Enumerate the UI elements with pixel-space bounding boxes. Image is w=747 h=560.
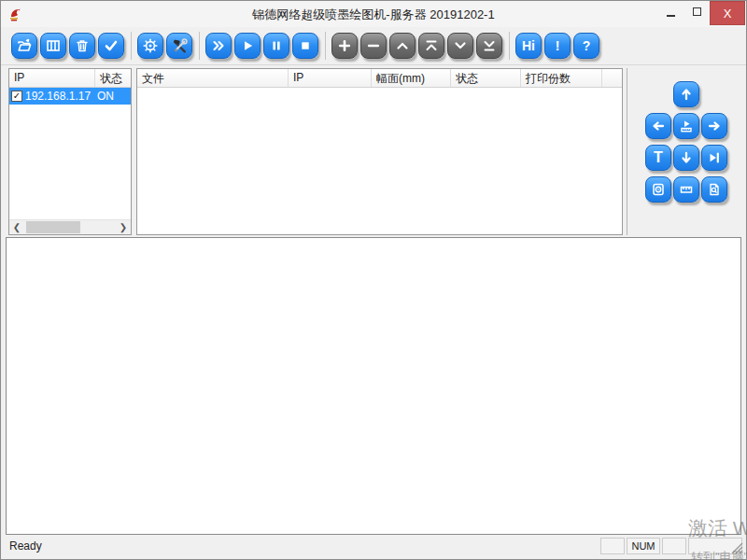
play-ruler-icon bbox=[679, 119, 694, 133]
column-header-status[interactable]: 状态 bbox=[451, 69, 521, 87]
pause-icon bbox=[269, 38, 284, 53]
arrow-down-icon bbox=[679, 150, 694, 165]
remove-button[interactable] bbox=[360, 33, 387, 59]
move-up-button[interactable] bbox=[389, 33, 416, 59]
move-top-button[interactable] bbox=[418, 33, 444, 59]
open-file-button[interactable] bbox=[11, 33, 37, 59]
text-tool-button[interactable]: T bbox=[645, 145, 671, 171]
measure-button[interactable] bbox=[673, 176, 699, 203]
device-ip: 192.168.1.17 bbox=[25, 90, 97, 103]
confirm-button[interactable] bbox=[98, 33, 124, 59]
scroll-left-icon[interactable]: ❮ bbox=[9, 221, 24, 234]
num-lock-indicator: NUM bbox=[627, 538, 660, 554]
window-controls: X bbox=[657, 1, 746, 25]
toolbar-separator bbox=[131, 32, 132, 60]
maximize-button[interactable] bbox=[684, 1, 710, 21]
jog-down-button[interactable] bbox=[673, 145, 699, 171]
scrollbar-thumb[interactable] bbox=[26, 221, 80, 233]
toolbar-separator bbox=[325, 32, 326, 60]
trash-icon bbox=[75, 38, 90, 53]
move-bottom-button[interactable] bbox=[476, 33, 502, 59]
help-button[interactable]: ? bbox=[573, 33, 599, 59]
resize-grip[interactable] bbox=[731, 542, 743, 554]
ruler-icon bbox=[679, 182, 694, 197]
tools-button[interactable] bbox=[166, 33, 192, 59]
scrollbar-track[interactable] bbox=[24, 220, 116, 234]
chevron-down-bar-icon bbox=[482, 38, 497, 53]
column-header-ip[interactable]: IP bbox=[289, 69, 372, 87]
hi-button[interactable]: Hi bbox=[515, 33, 542, 59]
pause-button[interactable] bbox=[263, 33, 289, 59]
gear-icon bbox=[143, 38, 158, 53]
exclamation-icon: ! bbox=[556, 39, 560, 52]
column-header-ip[interactable]: IP bbox=[9, 69, 95, 87]
preview-canvas[interactable] bbox=[6, 237, 741, 535]
minimize-button[interactable] bbox=[657, 1, 684, 21]
hammer-wrench-icon bbox=[172, 38, 188, 54]
platen-button[interactable] bbox=[645, 176, 671, 203]
check-icon bbox=[104, 38, 119, 53]
chevron-up-bar-icon bbox=[424, 38, 439, 53]
device-list-body: 192.168.1.17 ON bbox=[9, 88, 131, 219]
jog-up-button[interactable] bbox=[673, 81, 699, 107]
print-start-button[interactable] bbox=[673, 113, 699, 139]
device-list-header: IP 状态 bbox=[9, 69, 131, 88]
plus-icon bbox=[337, 38, 352, 53]
scroll-right-icon[interactable]: ❯ bbox=[116, 221, 131, 234]
minimize-icon bbox=[667, 15, 675, 17]
column-header-size[interactable]: 幅面(mm) bbox=[372, 69, 451, 87]
preview-button[interactable] bbox=[701, 176, 727, 203]
main-area: IP 状态 192.168.1.17 ON ❮ ❯ 文件 bbox=[1, 65, 746, 235]
job-table-header: 文件 IP 幅面(mm) 状态 打印份数 bbox=[137, 69, 622, 88]
status-message: Ready bbox=[9, 539, 42, 553]
horizontal-scrollbar[interactable]: ❮ ❯ bbox=[9, 219, 131, 234]
status-bar: Ready NUM bbox=[1, 535, 746, 557]
device-list-panel: IP 状态 192.168.1.17 ON ❮ ❯ bbox=[8, 68, 132, 235]
play-button[interactable] bbox=[234, 33, 261, 59]
device-checkbox[interactable] bbox=[11, 91, 22, 102]
main-toolbar: Hi ! ? bbox=[1, 27, 746, 65]
chevron-up-icon bbox=[395, 38, 410, 53]
title-bar: 锦德网络超级喷墨绘图机-服务器 20191202-1 X bbox=[1, 1, 746, 27]
platen-icon bbox=[651, 182, 666, 197]
add-button[interactable] bbox=[331, 33, 358, 59]
columns-icon bbox=[46, 38, 61, 53]
stop-button[interactable] bbox=[292, 33, 318, 59]
close-button[interactable]: X bbox=[710, 1, 745, 25]
play-icon bbox=[240, 38, 255, 53]
arrow-right-icon bbox=[707, 119, 722, 133]
jog-left-button[interactable] bbox=[645, 113, 671, 139]
jog-end-button[interactable] bbox=[701, 145, 727, 171]
column-header-blank bbox=[602, 69, 622, 87]
stop-icon bbox=[298, 38, 313, 53]
arrow-up-icon bbox=[679, 87, 694, 102]
app-logo-icon bbox=[7, 6, 23, 22]
jog-right-button[interactable] bbox=[701, 113, 727, 139]
minus-icon bbox=[366, 38, 381, 53]
device-status: ON bbox=[97, 90, 131, 103]
control-pad-grid: T bbox=[630, 78, 742, 205]
column-header-file[interactable]: 文件 bbox=[137, 69, 289, 87]
hi-label: Hi bbox=[522, 39, 535, 52]
toolbar-separator bbox=[199, 32, 200, 60]
question-icon: ? bbox=[583, 39, 591, 52]
settings-button[interactable] bbox=[137, 33, 163, 59]
toolbar-separator bbox=[509, 32, 510, 60]
alert-button[interactable]: ! bbox=[544, 33, 571, 59]
pad-empty-cell bbox=[644, 78, 672, 110]
view-columns-button[interactable] bbox=[40, 33, 66, 59]
device-row[interactable]: 192.168.1.17 ON bbox=[9, 88, 131, 105]
doc-magnifier-icon bbox=[707, 182, 722, 197]
fast-forward-button[interactable] bbox=[205, 33, 232, 59]
maximize-icon bbox=[693, 7, 701, 16]
move-down-button[interactable] bbox=[447, 33, 473, 59]
status-cell bbox=[600, 538, 625, 554]
panel-divider bbox=[627, 68, 627, 235]
status-cell bbox=[662, 538, 686, 554]
column-header-copies[interactable]: 打印份数 bbox=[521, 69, 602, 87]
job-table-body[interactable] bbox=[137, 88, 622, 234]
column-header-status[interactable]: 状态 bbox=[95, 69, 131, 87]
pad-empty-cell bbox=[700, 78, 728, 110]
delete-button[interactable] bbox=[69, 33, 95, 59]
job-table-panel: 文件 IP 幅面(mm) 状态 打印份数 bbox=[136, 68, 623, 235]
